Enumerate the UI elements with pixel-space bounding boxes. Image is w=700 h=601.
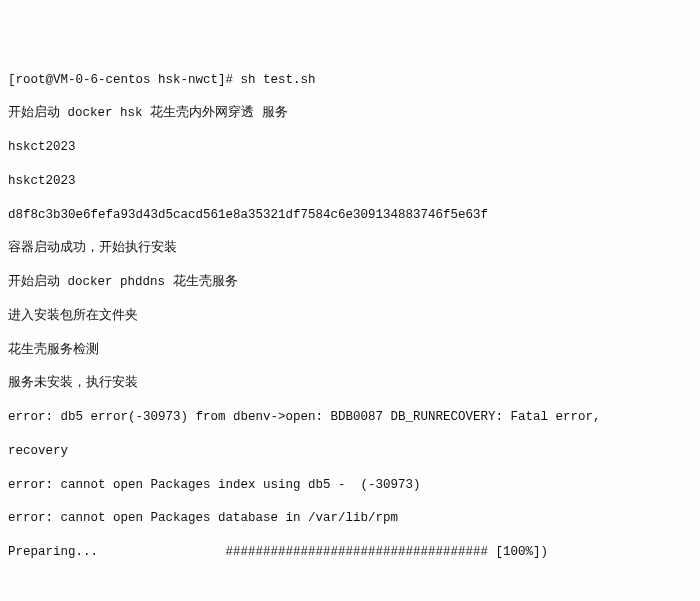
error-line: error: cannot open Packages database in … (8, 510, 692, 527)
output-line: 服务未安装，执行安装 (8, 375, 692, 392)
blank-line (8, 578, 692, 594)
error-line: error: db5 error(-30973) from dbenv->ope… (8, 409, 692, 426)
output-line: 进入安装包所在文件夹 (8, 308, 692, 325)
output-line: 花生壳服务检测 (8, 342, 692, 359)
output-line: 容器启动成功，开始执行安装 (8, 240, 692, 257)
preparing-line: Preparing... ###########################… (8, 544, 692, 561)
error-line: error: cannot open Packages index using … (8, 477, 692, 494)
shell-prompt: [root@VM-0-6-centos hsk-nwct]# (8, 73, 241, 87)
output-line: 开始启动 docker phddns 花生壳服务 (8, 274, 692, 291)
error-line: recovery (8, 443, 692, 460)
output-line: hskct2023 (8, 173, 692, 190)
command-entered: sh test.sh (241, 73, 316, 87)
output-line: hskct2023 (8, 139, 692, 156)
prompt-line-1: [root@VM-0-6-centos hsk-nwct]# sh test.s… (8, 72, 692, 89)
output-line: d8f8c3b30e6fefa93d43d5cacd561e8a35321df7… (8, 207, 692, 224)
output-line: 开始启动 docker hsk 花生壳内外网穿透 服务 (8, 105, 692, 122)
